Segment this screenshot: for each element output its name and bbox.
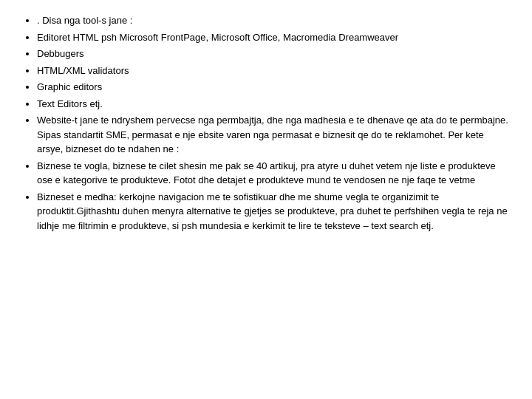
list-item: Text Editors etj.: [37, 97, 510, 112]
list-item-text: Website-t jane te ndryshem pervecse nga …: [37, 115, 508, 154]
list-item: . Disa nga tool-s jane :: [37, 13, 510, 28]
list-item: Editoret HTML psh Microsoft FrontPage, M…: [37, 30, 510, 45]
list-item: Website-t jane te ndryshem pervecse nga …: [37, 113, 510, 157]
list-item-text: . Disa nga tool-s jane :: [37, 15, 132, 26]
list-item-text: Biznese te vogla, biznese te cilet shesi…: [37, 160, 496, 186]
list-item: Biznese te vogla, biznese te cilet shesi…: [37, 159, 510, 188]
list-item-text: Debbugers: [37, 48, 84, 59]
bullet-list: . Disa nga tool-s jane : Editoret HTML p…: [22, 13, 510, 233]
list-item-text: Text Editors etj.: [37, 98, 103, 109]
list-item: HTML/XML validators: [37, 64, 510, 78]
main-content: . Disa nga tool-s jane : Editoret HTML p…: [0, 0, 532, 399]
list-item-text: Bizneset e medha: kerkojne navigacion me…: [37, 191, 508, 231]
list-item-graphic-editors: Graphic editors: [37, 80, 510, 95]
list-item-text: Editoret HTML psh Microsoft FrontPage, M…: [37, 32, 398, 43]
list-item-text: Graphic editors: [37, 81, 102, 92]
list-item-text: HTML/XML validators: [37, 65, 129, 76]
list-item: Bizneset e medha: kerkojne navigacion me…: [37, 190, 510, 233]
list-item: Debbugers: [37, 47, 510, 61]
